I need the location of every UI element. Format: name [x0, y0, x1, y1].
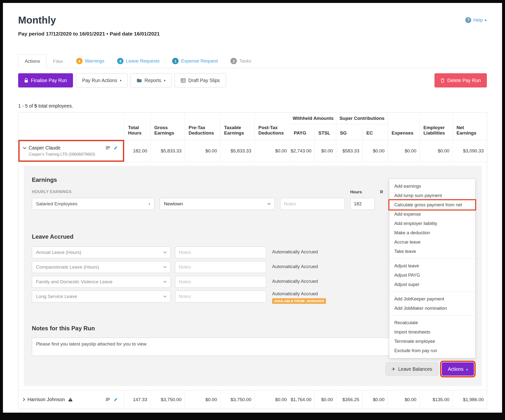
col-total-hours: Total Hours: [124, 112, 151, 140]
tab-expense-request[interactable]: 1 Expense Request: [166, 54, 224, 68]
col-stsl: STSL: [315, 124, 336, 140]
menu-item-accrue-leave[interactable]: Accrue leave: [389, 237, 475, 247]
col-post-tax-deductions: Post-Tax Deductions: [255, 112, 290, 140]
annual-leave-accrued-text: Automatically Accrued: [272, 247, 318, 255]
tab-leave-requests[interactable]: 4 Leave Requests: [111, 54, 166, 68]
employee-column-header: [18, 112, 124, 140]
col-sg: SG: [336, 124, 363, 140]
employee-row-harrison-johnson: Harrison Johnson: [18, 390, 487, 409]
cell-ec: $0.00: [363, 140, 388, 162]
employee-actions-button[interactable]: Actions ▴: [442, 362, 474, 376]
menu-item-adjust-payg[interactable]: Adjust PAYG: [389, 271, 475, 280]
pay-run-page: ? Help ▾ Monthly Pay period 17/12/2020 t…: [3, 3, 502, 413]
chevron-down-icon: ▾: [148, 202, 150, 206]
expanded-detail-row: Earnings HOURLY EARNINGS Hours R Salarie…: [18, 162, 487, 390]
hours-label: Hours: [350, 190, 375, 196]
cell-total-hours: 147.33: [124, 390, 151, 409]
menu-item-calculate-gross-payment-from-net[interactable]: Calculate gross payment from net: [389, 200, 475, 210]
tab-warnings[interactable]: 4 Warnings: [70, 54, 111, 68]
leave-requests-count-badge: 4: [117, 58, 123, 64]
available-from-badge: AVAILABLE FROM: 20/05/2029: [272, 298, 326, 304]
employee-cell-casper-claude[interactable]: Casper Claude Casper's Training LTD (586…: [18, 140, 124, 162]
annual-leave-select[interactable]: Annual Leave (Hours): [32, 247, 171, 258]
cell-stsl: $0.00: [315, 140, 336, 162]
menu-item-take-leave[interactable]: Take leave: [389, 247, 475, 256]
tab-tasks[interactable]: 2 Tasks: [224, 54, 258, 68]
tab-filter[interactable]: Filter: [47, 55, 70, 68]
chevron-down-icon: [163, 266, 167, 268]
lock-icon: [24, 78, 28, 83]
menu-divider: [389, 259, 475, 259]
help-icon: ?: [465, 17, 471, 23]
pay-slip-lines-icon[interactable]: [106, 398, 110, 401]
menu-item-make-a-deduction[interactable]: Make a deduction: [389, 228, 475, 237]
cell-taxable-earnings: $5,833.33: [220, 140, 255, 162]
family-violence-leave-notes-input[interactable]: [175, 276, 266, 288]
cell-payg: $1,764.00: [290, 390, 315, 409]
menu-item-add-lump-sum-payment[interactable]: Add lump sum payment: [389, 191, 475, 200]
employee-actions-label: Actions: [448, 366, 464, 372]
tab-leave-requests-label: Leave Requests: [126, 58, 159, 64]
long-service-leave-select[interactable]: Long Service Leave: [32, 291, 171, 302]
hours-input[interactable]: [350, 198, 375, 210]
leave-balances-button[interactable]: ✈ Leave Balances: [385, 362, 438, 376]
cell-employer-liabilities: $135.00: [420, 390, 453, 409]
cell-stsl: $0.00: [315, 390, 336, 409]
earnings-notes-input[interactable]: [280, 198, 345, 210]
menu-item-recalculate[interactable]: Recalculate: [389, 318, 475, 327]
draft-pay-slips-button[interactable]: Draft Pay Slips: [175, 73, 226, 87]
cell-sg: $583.33: [336, 140, 363, 162]
annual-leave-notes-input[interactable]: [175, 247, 266, 258]
chevron-down-icon[interactable]: [23, 147, 26, 149]
menu-item-adjust-leave[interactable]: Adjust leave: [389, 261, 475, 271]
menu-item-terminate-employee[interactable]: Terminate employee: [389, 337, 475, 346]
location-value: Newtown: [164, 201, 183, 207]
long-service-leave-notes-input[interactable]: [175, 291, 266, 302]
compassionate-leave-notes-input[interactable]: [175, 261, 266, 273]
cell-post-tax-deductions: $0.00: [255, 390, 290, 409]
tab-warnings-label: Warnings: [85, 58, 105, 64]
menu-item-add-jobkeeper-payment[interactable]: Add JobKeeper payment: [389, 294, 475, 304]
summary-count: 5: [34, 103, 37, 109]
col-employer-liabilities: Employer Liabilities: [420, 112, 453, 140]
family-violence-leave-accrued-text: Automatically Accrued: [272, 276, 318, 284]
menu-divider: [389, 315, 475, 316]
menu-item-exclude-from-pay-run[interactable]: Exclude from pay run: [389, 346, 475, 355]
finalise-pay-run-button[interactable]: Finalise Pay Run: [18, 73, 73, 87]
help-label: Help: [473, 17, 483, 23]
compassionate-leave-select[interactable]: Compassionate Leave (Hours): [32, 261, 171, 273]
menu-item-add-jobmaker-nomination[interactable]: Add JobMaker nomination: [389, 304, 475, 313]
cell-expenses: $0.00: [388, 390, 420, 409]
pay-run-table: Total Hours Gross Earnings Pre-Tax Deduc…: [18, 112, 487, 409]
chevron-down-icon: ▾: [120, 79, 122, 82]
edit-pencil-icon[interactable]: [114, 146, 118, 150]
compassionate-leave-accrued-text: Automatically Accrued: [272, 261, 318, 269]
chevron-down-icon: [163, 281, 167, 283]
cell-gross-earnings: $5,833.33: [151, 140, 185, 162]
pay-category-select[interactable]: Salaried Employees ▾: [32, 198, 154, 210]
tab-actions[interactable]: Actions: [18, 54, 47, 68]
menu-item-import-timesheets[interactable]: Import timesheets: [389, 327, 475, 337]
cell-pre-tax-deductions: $0.00: [185, 390, 220, 409]
delete-pay-run-button[interactable]: Delete Pay Run: [434, 73, 487, 87]
reports-button[interactable]: Reports ▾: [131, 73, 172, 87]
col-payg: PAYG: [290, 124, 315, 140]
edit-pencil-icon[interactable]: [114, 397, 118, 402]
employee-name: Casper Claude: [29, 145, 60, 151]
pay-slip-lines-icon[interactable]: [106, 146, 110, 150]
col-net-earnings: Net Earnings: [453, 112, 487, 140]
pay-run-actions-button[interactable]: Pay Run Actions ▾: [76, 73, 128, 87]
family-violence-leave-select[interactable]: Family and Domestic Violence Leave: [32, 276, 171, 288]
menu-item-add-expense[interactable]: Add expense: [389, 210, 475, 219]
help-menu[interactable]: ? Help ▾: [465, 17, 486, 23]
menu-item-adjust-super[interactable]: Adjust super: [389, 280, 475, 289]
employee-cell-harrison-johnson[interactable]: Harrison Johnson: [18, 390, 124, 409]
menu-item-add-earnings[interactable]: Add earnings: [389, 182, 475, 191]
location-select[interactable]: Newtown: [160, 198, 275, 210]
menu-item-add-employer-liability[interactable]: Add employer liability: [389, 219, 475, 228]
chevron-right-icon[interactable]: [23, 398, 25, 401]
compassionate-leave-value: Compassionate Leave (Hours): [36, 264, 99, 270]
summary-prefix: 1 - 5 of: [18, 103, 33, 109]
tasks-count-badge: 2: [230, 58, 237, 64]
pay-slips-icon: [181, 78, 186, 83]
